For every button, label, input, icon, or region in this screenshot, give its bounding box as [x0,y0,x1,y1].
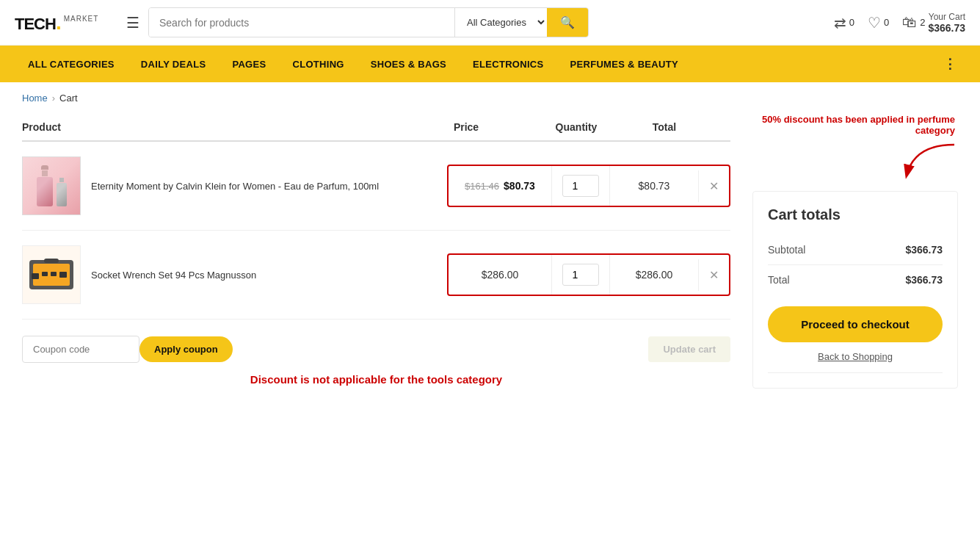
category-select[interactable]: All Categories [454,8,547,37]
product-cell-perfume: Eternity Moment by Calvin Klein for Wome… [22,156,447,215]
compare-icon: ⇄ [834,14,846,32]
breadcrumb-current: Cart [59,93,78,104]
tools-discount-annotation: Discount is not applicable for the tools… [22,373,730,386]
back-to-shopping-link[interactable]: Back to Shopping [768,351,943,362]
svg-rect-3 [32,273,39,279]
nav-more-icon[interactable]: ⋮ [934,46,965,82]
cart-totals-box: Cart totals Subtotal $366.73 Total $366.… [752,191,958,389]
cart-count: 2 [920,17,925,28]
perfume-qty-cell [551,166,610,206]
perfume-total-cell: $80.73 [610,171,698,201]
logo-text: TECH. [15,11,61,35]
apply-coupon-button[interactable]: Apply coupon [139,336,233,362]
nav-clothing[interactable]: CLOTHING [279,48,357,80]
coupon-update-row: Apply coupon Update cart [22,336,730,363]
svg-rect-6 [59,272,67,278]
nav-pages[interactable]: PAGES [219,48,279,80]
cart-info: Your Cart $366.73 [928,12,965,34]
nav-perfumes-beauty[interactable]: PERFUMES & BEAUTY [557,48,692,80]
wrench-svg [26,253,77,297]
navigation: ALL CATEGORIES DAILY DEALS PAGES CLOTHIN… [0,46,980,82]
your-cart-label: Your Cart [929,12,965,22]
nav-all-categories[interactable]: ALL CATEGORIES [15,48,128,80]
update-cart-button[interactable]: Update cart [648,336,730,362]
compare-icon-item[interactable]: ⇄ 0 [834,14,854,32]
wishlist-count: 0 [884,17,889,28]
perfume-remove-button[interactable]: ✕ [709,179,719,193]
product-name-tools: Socket Wrench Set 94 Pcs Magnusson [91,270,256,281]
total-label: Total [768,274,790,286]
wishlist-icon-item[interactable]: ♡ 0 [868,14,889,32]
logo-market-text: MARKET [64,15,99,23]
search-button[interactable]: 🔍 [547,8,588,37]
tools-remove-cell: ✕ [698,259,729,291]
perfume-discount-annotation: 50% discount has been applied in perfume… [752,114,958,136]
cart-icon: 🛍 [902,14,917,31]
tools-highlighted-section: $286.00 $286.00 ✕ [447,253,730,296]
logo[interactable]: TECH. MARKET [15,11,117,35]
perfume-remove-cell: ✕ [698,170,729,202]
cart-row-perfume: Eternity Moment by Calvin Klein for Wome… [22,142,730,231]
nav-daily-deals[interactable]: DAILY DEALS [128,48,219,80]
col-header-price: Price [400,121,532,133]
breadcrumb: Home › Cart [0,82,980,114]
heart-icon: ♡ [868,14,881,32]
compare-count: 0 [849,17,854,28]
col-header-product: Product [22,121,400,133]
tools-total-value: $286.00 [636,269,673,281]
product-name-perfume: Eternity Moment by Calvin Klein for Wome… [91,181,379,192]
product-image-perfume [22,156,81,215]
svg-rect-4 [42,272,48,276]
cart-totals-title: Cart totals [768,206,943,223]
perfume-price-old: $161.46 [465,181,499,192]
perfume-total-value: $80.73 [639,180,670,192]
tools-qty-cell [551,255,610,295]
breadcrumb-home[interactable]: Home [22,93,48,104]
svg-rect-2 [44,259,59,263]
header-icons: ⇄ 0 ♡ 0 🛍 2 Your Cart $366.73 [834,12,965,34]
total-value: $366.73 [905,274,943,286]
cart-sidebar: 50% discount has been applied in perfume… [752,114,958,389]
perfume-arrow-svg [899,139,958,183]
cart-table-header: Product Price Quantity Total [22,114,730,142]
hamburger-menu-icon[interactable]: ☰ [126,14,139,32]
subtotal-label: Subtotal [768,244,805,256]
col-header-total: Total [620,121,708,133]
perfume-quantity-input[interactable] [562,175,599,197]
tools-price-value: $286.00 [482,269,519,281]
perfume-price-new: $80.73 [504,180,535,192]
subtotal-value: $366.73 [905,244,943,256]
cart-icon-item[interactable]: 🛍 2 Your Cart $366.73 [902,12,965,34]
arrow-annotation [752,139,958,185]
coupon-input[interactable] [22,336,139,363]
subtotal-row: Subtotal $366.73 [768,235,943,265]
cart-section: Product Price Quantity Total [22,114,730,389]
perfume-price-cell: $161.46 $80.73 [449,171,551,201]
col-header-quantity: Quantity [532,121,620,133]
search-input[interactable] [149,8,454,37]
perfume-highlighted-section: $161.46 $80.73 $80.73 ✕ [447,165,730,207]
total-row: Total $366.73 [768,265,943,295]
breadcrumb-separator: › [52,93,55,104]
header: TECH. MARKET ☰ All Categories 🔍 ⇄ 0 ♡ 0 … [0,0,980,46]
sidebar-divider [768,372,943,373]
proceed-checkout-button[interactable]: Proceed to checkout [768,306,943,342]
nav-electronics[interactable]: ELECTRONICS [460,48,556,80]
cart-row-tools: Socket Wrench Set 94 Pcs Magnusson $286.… [22,231,730,320]
tools-price-cell: $286.00 [449,260,551,289]
product-cell-tools: Socket Wrench Set 94 Pcs Magnusson [22,245,447,304]
nav-shoes-bags[interactable]: SHOES & BAGS [357,48,460,80]
svg-rect-5 [51,272,57,276]
tools-total-cell: $286.00 [610,260,698,289]
product-image-tools [22,245,81,304]
tools-quantity-input[interactable] [562,264,599,286]
tools-remove-button[interactable]: ✕ [709,268,719,282]
cart-total-amount: $366.73 [928,22,965,34]
search-bar: All Categories 🔍 [148,7,589,37]
main-content: Product Price Quantity Total [0,114,980,418]
